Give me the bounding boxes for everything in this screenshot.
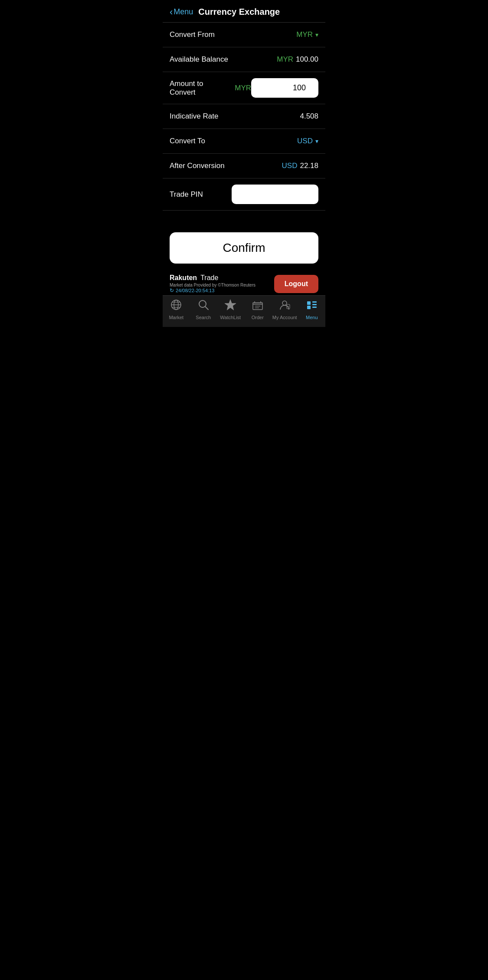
svg-rect-18 [307,301,311,305]
available-balance-label: Available Balance [170,55,228,64]
search-nav-label: Search [196,315,211,320]
trade-pin-row: Trade PIN [163,178,325,211]
market-icon [170,299,182,313]
amount-label: Amount to Convert [170,79,230,97]
convert-to-chevron-icon: ▾ [315,138,318,145]
timestamp: 24/08/22-20:54:13 [176,288,214,293]
available-balance-value: 100.00 [296,55,318,64]
after-conversion-value: 22.18 [300,162,318,170]
confirm-section: Confirm [163,225,325,271]
amount-input[interactable] [251,78,318,98]
svg-point-15 [282,301,287,305]
brand-trade: Trade [200,274,218,282]
footer-brand: Rakuten Trade Market data Provided by ©T… [163,271,325,295]
account-nav-label: My Account [272,315,297,320]
after-conversion-label: After Conversion [170,162,225,170]
page-title: Currency Exchange [198,7,280,17]
convert-from-currency: MYR [296,30,313,39]
watchlist-nav-label: WatchList [220,315,241,320]
svg-marker-7 [225,300,236,310]
amount-convert-row: Amount to Convert MYR [163,72,325,104]
available-balance-right: MYR 100.00 [277,55,318,64]
nav-watchlist[interactable]: WatchList [217,299,244,320]
nav-menu[interactable]: Menu [298,299,326,320]
available-balance-currency: MYR [277,55,293,64]
refresh-icon: ↻ [170,287,174,294]
after-conversion-right: USD 22.18 [282,162,318,170]
svg-rect-22 [312,307,317,308]
after-conversion-currency: USD [282,162,298,170]
timestamp-row: ↻ 24/08/22-20:54:13 [170,287,255,294]
available-balance-row: Available Balance MYR 100.00 [163,47,325,72]
star-icon [225,299,236,313]
brand-name: Rakuten Trade [170,274,255,282]
svg-point-17 [288,306,289,307]
convert-to-right[interactable]: USD ▾ [297,137,318,145]
trade-pin-input[interactable] [232,185,318,204]
back-button[interactable]: ‹ Menu [170,7,193,17]
nav-order[interactable]: Order [244,299,272,320]
brand-market-data: Market data Provided by ©Thomson Reuters [170,283,255,287]
indicative-rate-row: Indicative Rate 4.508 [163,104,325,129]
convert-from-chevron-icon: ▾ [315,31,318,38]
header: ‹ Menu Currency Exchange [163,0,325,23]
svg-line-6 [205,307,208,310]
menu-icon [306,299,318,313]
svg-rect-14 [253,303,262,304]
search-icon [198,299,209,313]
order-icon [252,299,263,313]
convert-to-currency: USD [297,137,313,145]
back-label: Menu [174,7,193,16]
indicative-rate-label: Indicative Rate [170,112,218,121]
amount-currency: MYR [235,84,251,92]
brand-rakuten: Rakuten [170,274,197,282]
svg-rect-20 [312,301,317,303]
nav-market[interactable]: Market [163,299,190,320]
confirm-button[interactable]: Confirm [170,232,318,264]
svg-rect-19 [307,306,311,309]
market-nav-label: Market [169,315,183,320]
svg-rect-21 [312,304,317,305]
account-icon [279,299,290,313]
convert-to-row[interactable]: Convert To USD ▾ [163,129,325,154]
nav-search[interactable]: Search [190,299,217,320]
convert-to-label: Convert To [170,137,205,145]
convert-from-row[interactable]: Convert From MYR ▾ [163,23,325,47]
bottom-nav: Market Search WatchList [163,295,325,327]
brand-left: Rakuten Trade Market data Provided by ©T… [170,274,255,294]
convert-from-right[interactable]: MYR ▾ [296,30,318,39]
nav-account[interactable]: My Account [271,299,298,320]
order-nav-label: Order [252,315,264,320]
back-chevron-icon: ‹ [170,7,173,17]
indicative-rate-value: 4.508 [300,112,318,121]
amount-left: Amount to Convert MYR [170,79,251,97]
trade-pin-label: Trade PIN [170,190,203,199]
menu-nav-label: Menu [306,315,318,320]
logout-button[interactable]: Logout [274,275,318,293]
convert-from-label: Convert From [170,30,215,39]
spacer [163,211,325,225]
after-conversion-row: After Conversion USD 22.18 [163,154,325,178]
